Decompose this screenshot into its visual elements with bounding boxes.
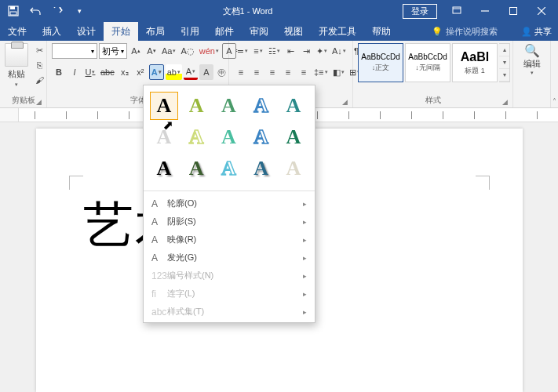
tab-review[interactable]: 审阅 (242, 22, 276, 41)
close-button[interactable] (528, 0, 555, 22)
tab-home[interactable]: 开始 (104, 22, 138, 41)
change-case-button[interactable]: Aa (160, 43, 177, 59)
text-effect-preset-14[interactable]: A (279, 154, 308, 183)
text-effect-preset-5[interactable]: A (150, 123, 178, 151)
align-left-button[interactable]: ≡ (234, 64, 248, 80)
distribute-button[interactable]: ≡ (297, 64, 311, 80)
shrink-font-button[interactable]: A▾ (144, 43, 159, 59)
text-effect-preset-6[interactable]: A (182, 123, 210, 151)
text-effect-menu-0[interactable]: A轮廓(O)▸ (144, 194, 315, 212)
increase-indent-button[interactable]: ⇥ (299, 43, 313, 59)
text-effect-preset-9[interactable]: A (279, 123, 308, 151)
styles-gallery[interactable]: AaBbCcDd↓正文 AaBbCcDd↓无间隔 AaBl标题 1 ▴▾▾ (358, 43, 510, 82)
style-no-spacing[interactable]: AaBbCcDd↓无间隔 (405, 43, 450, 82)
cut-button[interactable]: ✂ (31, 43, 47, 57)
tell-me-input[interactable] (446, 27, 516, 36)
line-spacing-button[interactable]: ‡≡ (312, 64, 330, 80)
grow-font-button[interactable]: A▴ (129, 43, 143, 59)
font-color-button[interactable]: A (184, 64, 198, 80)
clear-formatting-button[interactable]: A◌ (179, 43, 195, 59)
tab-file[interactable]: 文件 (0, 22, 35, 41)
tab-layout[interactable]: 布局 (138, 22, 173, 41)
tab-view[interactable]: 视图 (276, 22, 311, 41)
title-bar: ▾ 文档1 - Word 登录 (0, 0, 558, 22)
superscript-button[interactable]: x² (133, 64, 148, 80)
tab-design[interactable]: 设计 (69, 22, 104, 41)
text-effect-preset-4[interactable]: A (279, 92, 308, 120)
tab-developer[interactable]: 开发工具 (311, 22, 364, 41)
login-button[interactable]: 登录 (403, 4, 437, 19)
styles-scroll[interactable]: ▴▾▾ (499, 43, 510, 82)
tell-me-search[interactable]: 💡 (432, 27, 516, 37)
enclose-chars-button[interactable]: ㊥ (215, 64, 229, 80)
align-right-button[interactable]: ≡ (265, 64, 279, 80)
text-effect-preset-2[interactable]: A (214, 92, 243, 120)
style-normal[interactable]: AaBbCcDd↓正文 (358, 43, 403, 82)
minimize-button[interactable] (472, 0, 498, 22)
undo-button[interactable] (25, 2, 46, 20)
submenu-arrow-icon: ▸ (303, 236, 307, 244)
submenu-arrow-icon: ▸ (303, 308, 307, 316)
editing-label[interactable]: 编辑 (523, 58, 541, 70)
text-effect-preset-3[interactable]: A (247, 92, 275, 120)
text-effect-preset-0[interactable]: A (150, 92, 178, 120)
multilevel-button[interactable]: ☷ (267, 43, 282, 59)
sort-button[interactable]: A↓ (330, 43, 348, 59)
text-effects-button[interactable]: A (149, 64, 164, 80)
style-heading1[interactable]: AaBl标题 1 (452, 43, 498, 82)
share-icon: 👤 (521, 27, 532, 37)
redo-button[interactable] (47, 2, 67, 20)
find-icon[interactable]: 🔍 (524, 43, 540, 58)
italic-button[interactable]: I (67, 64, 82, 80)
bold-button[interactable]: B (52, 64, 66, 80)
paste-icon[interactable] (5, 43, 28, 67)
styles-launcher[interactable]: ◢ (502, 98, 508, 106)
menu-icon: 123 (151, 270, 167, 281)
text-effect-preset-11[interactable]: A (182, 154, 210, 183)
underline-button[interactable]: U (83, 64, 97, 80)
paste-label[interactable]: 粘贴 (8, 68, 25, 80)
text-effect-menu-1[interactable]: A阴影(S)▸ (144, 212, 315, 230)
paragraph-launcher[interactable]: ◢ (342, 98, 348, 106)
clipboard-group-label: 剪贴板◢ (5, 93, 42, 107)
bullets-button[interactable]: ≔ (234, 43, 250, 59)
menu-label: 样式集(T) (167, 306, 204, 318)
asian-layout-button[interactable]: ✦ (315, 43, 329, 59)
tab-mailings[interactable]: 邮件 (207, 22, 242, 41)
subscript-button[interactable]: x₂ (118, 64, 132, 80)
justify-button[interactable]: ≡ (281, 64, 295, 80)
align-center-button[interactable]: ≡ (250, 64, 264, 80)
tab-references[interactable]: 引用 (173, 22, 207, 41)
text-effect-preset-10[interactable]: A (150, 154, 178, 183)
tab-insert[interactable]: 插入 (35, 22, 69, 41)
text-effect-preset-13[interactable]: A (247, 154, 275, 183)
share-label: 共享 (534, 26, 552, 38)
ribbon-options-button[interactable] (443, 0, 470, 22)
font-name-combo[interactable]: ▾ (52, 43, 97, 59)
strikethrough-button[interactable]: abc (99, 64, 116, 80)
char-shading-button[interactable]: A (199, 64, 213, 80)
qat-customize-button[interactable]: ▾ (69, 2, 89, 20)
copy-button[interactable]: ⎘ (31, 58, 47, 72)
highlight-button[interactable]: ab (166, 64, 182, 80)
svg-rect-6 (510, 8, 517, 15)
text-effect-menu-3[interactable]: A发光(G)▸ (144, 249, 315, 267)
shading-button[interactable]: ◧ (331, 64, 346, 80)
tab-help[interactable]: 帮助 (364, 22, 399, 41)
text-effect-preset-1[interactable]: A (182, 92, 210, 120)
phonetic-guide-button[interactable]: wén (198, 43, 221, 59)
svg-rect-2 (10, 12, 16, 15)
clipboard-launcher[interactable]: ◢ (36, 98, 42, 106)
text-effect-menu-2[interactable]: A映像(R)▸ (144, 230, 315, 249)
text-effect-preset-12[interactable]: A (214, 154, 243, 183)
maximize-button[interactable] (500, 0, 527, 22)
collapse-ribbon-button[interactable]: ˄ (553, 97, 556, 106)
font-size-combo[interactable]: 初号▾ (99, 43, 127, 59)
save-button[interactable] (3, 2, 24, 20)
text-effect-preset-7[interactable]: A (214, 123, 243, 151)
text-effect-preset-8[interactable]: A (247, 123, 275, 151)
numbering-button[interactable]: ≡ (251, 43, 265, 59)
share-button[interactable]: 👤共享 (521, 26, 552, 38)
decrease-indent-button[interactable]: ⇤ (283, 43, 297, 59)
format-painter-button[interactable]: 🖌 (31, 73, 47, 87)
